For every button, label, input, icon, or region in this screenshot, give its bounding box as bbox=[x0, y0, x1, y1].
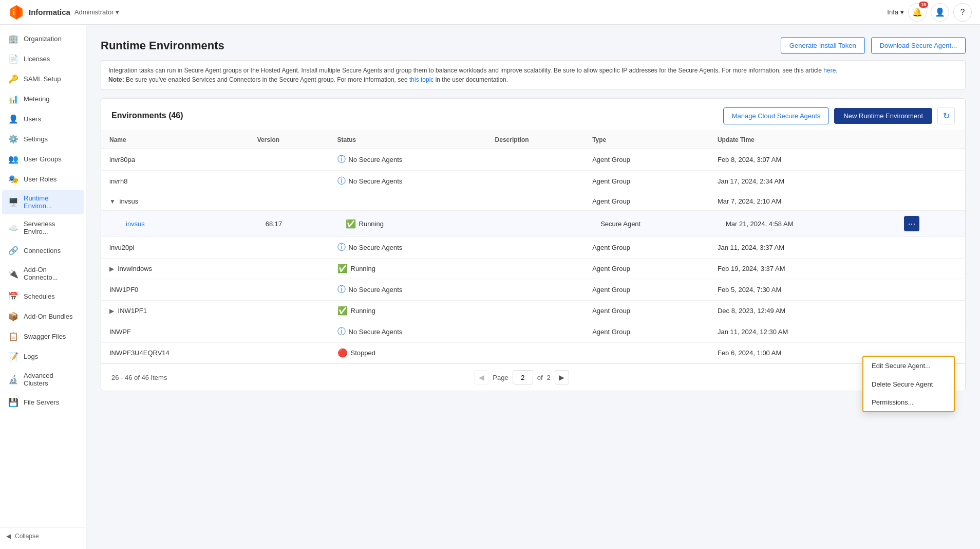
sidebar-item-metering[interactable]: 📊 Metering bbox=[2, 89, 84, 108]
cell-status: ⓘ No Secure Agents bbox=[329, 279, 487, 301]
expand-button[interactable]: ▼ bbox=[109, 198, 116, 205]
expand-button[interactable]: ▶ bbox=[109, 307, 114, 315]
page-label: Page bbox=[493, 374, 508, 381]
metering-icon: 📊 bbox=[8, 94, 18, 104]
status-running-icon: ✅ bbox=[337, 264, 348, 273]
sidebar-item-users[interactable]: 👤 Users bbox=[2, 109, 84, 129]
sidebar-item-advanced-clusters[interactable]: 🔬 Advanced Clusters bbox=[2, 367, 84, 392]
sidebar-item-serverless-enviro[interactable]: ☁️ Serverless Enviro... bbox=[2, 215, 84, 240]
top-nav-left: i Informatica Administrator ▾ bbox=[8, 4, 119, 21]
sidebar-item-addon-bundles[interactable]: 📦 Add-On Bundles bbox=[2, 307, 84, 326]
saml-icon: 🔑 bbox=[8, 74, 18, 84]
expand-button[interactable]: ▶ bbox=[109, 265, 114, 272]
cell-update-time: Feb 6, 2024, 1:00 AM bbox=[709, 343, 888, 363]
generate-install-token-button[interactable]: Generate Install Token bbox=[781, 37, 865, 54]
status-info-icon: ⓘ bbox=[337, 176, 346, 187]
sidebar-item-settings[interactable]: ⚙️ Settings bbox=[2, 130, 84, 149]
refresh-button[interactable]: ↻ bbox=[937, 107, 955, 124]
informatica-logo: i bbox=[8, 4, 25, 21]
sidebar-item-saml-setup[interactable]: 🔑 SAML Setup bbox=[2, 69, 84, 88]
table-row: ▶ invwindows ✅ Running Agent Group Feb 1… bbox=[101, 259, 965, 279]
cell-name: invr80pa bbox=[101, 149, 249, 171]
table-row: INWPF3U4EQRV14 🔴 Stopped Feb 6, 2024, 1:… bbox=[101, 343, 965, 363]
profile-button[interactable]: 👤 bbox=[931, 3, 949, 22]
table-row: INWPF ⓘ No Secure Agents Agent Group Jan… bbox=[101, 321, 965, 343]
sidebar-item-file-servers[interactable]: 💾 File Servers bbox=[2, 393, 84, 412]
sidebar-item-label: Serverless Enviro... bbox=[24, 220, 78, 235]
cell-status: ⓘ No Secure Agents bbox=[329, 237, 487, 259]
info-text-content: Integration tasks can run in Secure Agen… bbox=[108, 67, 823, 74]
cell-version bbox=[249, 343, 329, 363]
serverless-icon: ☁️ bbox=[8, 223, 18, 233]
sidebar-item-label: Licenses bbox=[24, 55, 50, 63]
cell-actions: ··· bbox=[888, 211, 965, 237]
user-roles-icon: 🎭 bbox=[8, 174, 18, 184]
cell-description bbox=[487, 149, 585, 171]
file-servers-icon: 💾 bbox=[8, 397, 18, 407]
cell-type: Agent Group bbox=[584, 259, 709, 279]
cell-description bbox=[487, 279, 585, 301]
cell-version bbox=[249, 192, 329, 211]
sidebar-collapse-btn[interactable]: ◀ Collapse bbox=[0, 527, 86, 545]
cell-actions bbox=[888, 279, 965, 301]
permissions-menu-item[interactable]: Permissions... bbox=[863, 393, 954, 411]
cell-actions bbox=[888, 171, 965, 192]
col-actions bbox=[888, 131, 965, 149]
sidebar-item-organization[interactable]: 🏢 Organization bbox=[2, 29, 84, 48]
sidebar-item-user-groups[interactable]: 👥 User Groups bbox=[2, 150, 84, 169]
organization-icon: 🏢 bbox=[8, 34, 18, 44]
admin-label[interactable]: Administrator ▾ bbox=[74, 8, 120, 16]
cell-version bbox=[249, 301, 329, 321]
table-head: Name Version Status Description Type Upd… bbox=[101, 131, 965, 149]
cell-type: Agent Group bbox=[584, 237, 709, 259]
logs-icon: 📝 bbox=[8, 352, 18, 361]
cell-status: ⓘ No Secure Agents bbox=[329, 149, 487, 171]
cell-update-time: Mar 21, 2024, 4:58 AM bbox=[709, 211, 888, 237]
sidebar-item-label: Metering bbox=[24, 95, 50, 103]
cell-type: Agent Group bbox=[584, 279, 709, 301]
cell-actions bbox=[888, 259, 965, 279]
cell-version bbox=[249, 321, 329, 343]
status-running-icon: ✅ bbox=[346, 219, 356, 229]
sidebar-item-connections[interactable]: 🔗 Connections bbox=[2, 241, 84, 260]
table-title: Environments (46) bbox=[111, 111, 183, 120]
sidebar-item-licenses[interactable]: 📄 Licenses bbox=[2, 49, 84, 68]
next-page-button[interactable]: ▶ bbox=[555, 370, 569, 385]
action-menu-button[interactable]: ··· bbox=[904, 216, 919, 231]
cell-type: Agent Group bbox=[584, 171, 709, 192]
sidebar-item-schedules[interactable]: 📅 Schedules bbox=[2, 287, 84, 306]
sidebar-item-user-roles[interactable]: 🎭 User Roles bbox=[2, 170, 84, 189]
download-secure-agent-button[interactable]: Download Secure Agent... bbox=[871, 37, 966, 54]
info-link[interactable]: here. bbox=[823, 67, 837, 74]
sidebar-item-label: Add-On Bundles bbox=[24, 313, 72, 320]
addon-connecto-icon: 🔌 bbox=[8, 269, 18, 279]
status-info-icon: ⓘ bbox=[337, 326, 346, 337]
user-org-selector[interactable]: Infa ▾ bbox=[887, 8, 904, 16]
notification-badge: 15 bbox=[919, 2, 928, 8]
new-runtime-environment-button[interactable]: New Runtime Environment bbox=[834, 108, 932, 124]
notifications-button[interactable]: 🔔 15 bbox=[908, 3, 927, 22]
environments-table-card: Environments (46) Manage Cloud Secure Ag… bbox=[101, 98, 966, 391]
sidebar-item-logs[interactable]: 📝 Logs bbox=[2, 347, 84, 366]
manage-cloud-secure-agents-button[interactable]: Manage Cloud Secure Agents bbox=[723, 107, 830, 124]
swagger-icon: 📋 bbox=[8, 332, 18, 341]
edit-secure-agent-menu-item[interactable]: Edit Secure Agent... bbox=[863, 357, 954, 375]
table-body: invr80pa ⓘ No Secure Agents Agent Group … bbox=[101, 149, 965, 363]
cell-name: ▶ invwindows bbox=[101, 259, 249, 279]
user-groups-icon: 👥 bbox=[8, 154, 18, 164]
cell-name: INW1PF0 bbox=[101, 279, 249, 301]
page-number-input[interactable] bbox=[513, 370, 533, 385]
sidebar-item-addon-connecto[interactable]: 🔌 Add-On Connecto... bbox=[2, 261, 84, 286]
table-header-row: Name Version Status Description Type Upd… bbox=[101, 131, 965, 149]
table-header: Environments (46) Manage Cloud Secure Ag… bbox=[101, 99, 965, 131]
note-link[interactable]: this topic bbox=[409, 76, 434, 83]
note-text: Note: Be sure you've enabled Services an… bbox=[108, 76, 409, 83]
help-button[interactable]: ? bbox=[953, 3, 972, 22]
status-error-icon: 🔴 bbox=[337, 348, 348, 358]
prev-page-button[interactable]: ◀ bbox=[474, 370, 488, 385]
sidebar-item-runtime-environ[interactable]: 🖥️ Runtime Environ... bbox=[2, 190, 84, 214]
cell-description bbox=[487, 237, 585, 259]
delete-secure-agent-menu-item[interactable]: Delete Secure Agent bbox=[863, 375, 954, 393]
cell-type: Agent Group bbox=[584, 192, 709, 211]
sidebar-item-swagger-files[interactable]: 📋 Swagger Files bbox=[2, 327, 84, 346]
